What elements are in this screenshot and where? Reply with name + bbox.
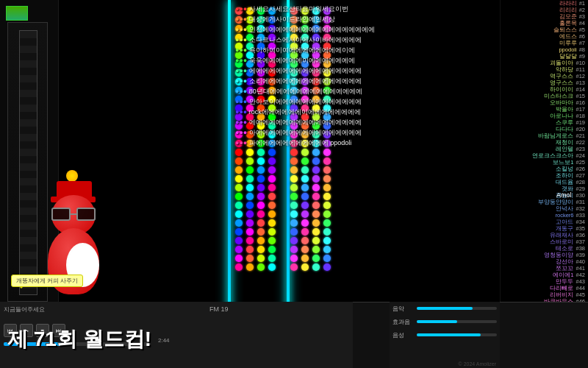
leaderboard-rank: #20 — [576, 126, 585, 132]
leaderboard-rank: #16 — [576, 99, 585, 106]
time-display: 2:44 — [158, 337, 170, 344]
leaderboard-item: 대드윰#28 — [501, 179, 588, 185]
leaderboard-item: 다리빼로#44 — [501, 285, 588, 291]
top-indicator — [6, 6, 28, 21]
leaderboard-rank: #43 — [576, 278, 585, 285]
leaderboard-item: 아로나나#18 — [501, 113, 588, 119]
leaderboard-rank: #31 — [576, 199, 585, 205]
leaderboard-rank: #18 — [576, 113, 585, 119]
leaderboard-rank: #15 — [576, 93, 585, 99]
setting-fill — [417, 307, 473, 310]
leaderboard-rank: #38 — [576, 245, 585, 252]
chat-line: ●●● 안아보이에에에에에에에에에에에에에 — [235, 96, 412, 107]
leaderboard-rank: #12 — [576, 73, 585, 79]
setting-row: 효과음 — [390, 315, 500, 328]
settings-panel: 음악효과음음성 — [390, 302, 500, 368]
chat-line: ●●● rock에에에에에에이에에에에에에에에 — [235, 107, 412, 117]
leaderboard-rank: #41 — [576, 265, 585, 272]
setting-label: 음악 — [392, 305, 415, 313]
leaderboard-item: 개동구#35 — [501, 225, 588, 232]
media-title: 지금들어주세요 — [4, 305, 45, 314]
fm-text: FM 19 — [209, 305, 229, 313]
chat-line: ●●● 대상에게사이드라인에인세상 — [235, 14, 412, 24]
leaderboard-rank: #17 — [576, 106, 585, 113]
leaderboard-rank: #40 — [576, 258, 585, 265]
leaderboard-item: 영구스스#13 — [501, 79, 588, 86]
watermark: © 2024 Amolizer — [459, 361, 496, 367]
leaderboard-rank: #33 — [576, 212, 585, 219]
leaderboard-rank: #32 — [576, 205, 585, 212]
leaderboard-rank: #36 — [576, 232, 585, 238]
setting-fill — [417, 320, 457, 323]
leaderboard-item: 영청둥이양#39 — [501, 252, 588, 258]
glasses-right-lens — [76, 208, 96, 221]
setting-fill — [417, 333, 481, 336]
leaderboard-item: 에이에1#42 — [501, 272, 588, 278]
track-inner — [19, 30, 37, 295]
setting-label: 음성 — [392, 331, 415, 339]
leaderboard-list: 라라리#1리리리#2김모준#3홀론목#4슬퇴스스#5에드스#6미루루#7ppod… — [501, 0, 588, 325]
chat-line: ●●● 욕이하여이여에에에에에에에에이에 — [235, 45, 412, 55]
setting-row: 음악 — [390, 302, 500, 315]
chat-line: ●●● 파에에에에에에에에에에에 ppodoli — [235, 138, 412, 148]
leaderboard-item: 조하이#27 — [501, 172, 588, 179]
setting-row: 음성 — [390, 328, 500, 342]
leaderboard-item: 바람님게로스#21 — [501, 132, 588, 139]
chat-line: ●●● 에에에에에에에에에에에에에에에에에 — [235, 117, 412, 127]
setting-bar[interactable] — [417, 333, 497, 336]
hat-pompom — [66, 170, 78, 182]
leaderboard-item: 만두두#43 — [501, 278, 588, 285]
leaderboard-name: 미루루 — [559, 40, 577, 47]
penguin-glasses — [50, 208, 97, 222]
leaderboard-rank: #35 — [576, 225, 585, 232]
setting-label: 효과음 — [392, 318, 415, 326]
leaderboard-item: 역구스스#12 — [501, 73, 588, 79]
leaderboard-rank: #10 — [576, 60, 585, 66]
leaderboard-rank: #13 — [576, 79, 585, 86]
leaderboard-rank: #44 — [576, 285, 585, 291]
big-text-overlay: 제 71회 월드컵! — [7, 325, 151, 353]
leaderboard-item: 달달달#9 — [501, 53, 588, 60]
leaderboard-rank: #11 — [576, 66, 585, 73]
leaderboard-rank: #34 — [576, 219, 585, 225]
leaderboard-item: rocker6#33 — [501, 212, 588, 219]
leaderboard-rank: #5 — [579, 26, 585, 33]
leaderboard-item: 강선아#40 — [501, 258, 588, 265]
leaderboard-rank: #25 — [576, 159, 585, 166]
leaderboard-rank: #37 — [576, 238, 585, 245]
leaderboard-item: 박을아#17 — [501, 106, 588, 113]
chat-line: ●●● 소리에에에에에에에에에에에에에에에 — [235, 76, 412, 86]
leaderboard-rank: #23 — [576, 146, 585, 152]
chat-line: ●●● 80년대에에에에에에에에에에에에에에 — [235, 86, 412, 96]
leaderboard-item: 스쿠루#19 — [501, 119, 588, 126]
setting-bar[interactable] — [417, 320, 497, 323]
leaderboard-name: 안넉사 — [556, 205, 573, 213]
leaderboard-rank: #27 — [576, 172, 585, 179]
leaderboard-item: 보느보1#25 — [501, 159, 588, 166]
chat-line: ●●● 소다르나스에서아에사이바에에에에에 — [235, 35, 412, 45]
leaderboard-rank: #4 — [579, 20, 585, 26]
leaderboard-rank: #24 — [576, 152, 585, 159]
leaderboard-item: 고아드#34 — [501, 219, 588, 225]
leaderboard-item: 괴돌이아#10 — [501, 60, 588, 66]
leaderboard-rank: #14 — [576, 86, 585, 93]
leaderboard-rank: #7 — [579, 40, 585, 46]
chat-line: ●●● 사세요사세요산타요마워세요이번 — [235, 4, 412, 14]
leaderboard-rank: #8 — [579, 46, 585, 53]
leaderboard-item: 소킬넝#26 — [501, 166, 588, 172]
chat-line: ●●● 인천에에에에에에에에에에에에에에에에에 — [235, 24, 412, 35]
leaderboard-item: 안넉사#32 — [501, 205, 588, 212]
leaderboard-rank: #1 — [579, 0, 585, 7]
leaderboard-item: 재청이#22 — [501, 139, 588, 146]
leaderboard-item: 악하당#11 — [501, 66, 588, 73]
leaderboard-rank: #39 — [576, 252, 585, 258]
speech-bubble: 개똥자에게 커피 사주기 — [11, 275, 83, 287]
leaderboard-rank: #22 — [576, 139, 585, 146]
leaderboard-item: 쪼꼬꼬#41 — [501, 265, 588, 272]
leaderboard-item: 유래재사#36 — [501, 232, 588, 238]
chat-overlay: ●●● 사세요사세요산타요마워세요이번●●● 대상에게사이드라인에인세상●●● … — [235, 4, 412, 342]
leaderboard-rank: #6 — [579, 33, 585, 40]
setting-bar[interactable] — [417, 307, 497, 310]
leaderboard-item: 연로크스크스아#24 — [501, 152, 588, 159]
leaderboard-rank: #45 — [576, 291, 585, 298]
